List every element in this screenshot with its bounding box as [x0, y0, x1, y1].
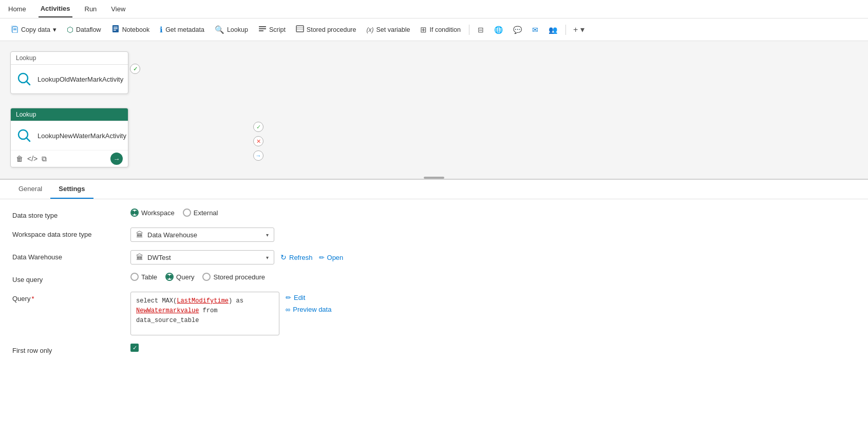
- data-warehouse-chevron: ▾: [266, 255, 269, 260]
- toolbar-icon-globe[interactable]: 🌐: [490, 24, 507, 36]
- workspace-data-store-value: Data Warehouse: [147, 231, 262, 239]
- first-row-only-row: First row only ✓: [12, 344, 856, 354]
- open-label: Open: [327, 254, 344, 261]
- toolbar-icon-mail[interactable]: ✉: [528, 24, 542, 36]
- script-icon: [258, 25, 267, 34]
- settings-body: Data store type Workspace External Works…: [0, 199, 868, 364]
- use-query-row: Use query Table Query Stored procedure: [12, 273, 856, 283]
- toolbar-set-variable[interactable]: (x) Set variable: [362, 24, 414, 35]
- lookup-icon: 🔍: [215, 25, 224, 34]
- open-icon: ✏: [319, 254, 325, 261]
- svg-rect-6: [114, 28, 118, 29]
- radio-external-label: External: [194, 209, 218, 217]
- toolbar-more-button[interactable]: + ▾: [570, 23, 588, 36]
- edit-label: Edit: [294, 294, 305, 301]
- query-label: Query*: [12, 292, 130, 302]
- card2-success-connector[interactable]: ✓: [253, 122, 263, 132]
- card2-delete-btn[interactable]: 🗑: [16, 155, 23, 163]
- workspace-data-store-dropdown[interactable]: 🏛 Data Warehouse ▾: [130, 228, 274, 242]
- toolbar-if-condition[interactable]: ⊞ If condition: [416, 23, 464, 36]
- workspace-data-store-chevron: ▾: [266, 232, 269, 238]
- preview-data-button[interactable]: ∞ Preview data: [286, 306, 331, 313]
- svg-line-15: [26, 81, 30, 85]
- card2-copy-btn[interactable]: ⧉: [42, 155, 47, 163]
- toolbar-lookup[interactable]: 🔍 Lookup: [211, 23, 252, 36]
- toolbar-get-metadata[interactable]: ℹ Get metadata: [156, 23, 209, 36]
- query-highlight-1: LastModifytime: [177, 297, 229, 305]
- toolbar-stored-procedure[interactable]: Stored procedure: [292, 23, 361, 36]
- card2-body: LookupNewWaterMarkActivity: [11, 121, 128, 150]
- copy-data-icon: [10, 25, 18, 34]
- activity-toolbar: Copy data ▾ ⬡ Dataflow Notebook ℹ Get me…: [0, 18, 868, 41]
- stored-procedure-icon: [296, 25, 304, 34]
- activity-card-lookup-new: Lookup LookupNewWaterMarkActivity 🗑 </> …: [10, 108, 128, 167]
- radio-external[interactable]: External: [183, 209, 218, 217]
- mail-icon: ✉: [532, 26, 538, 34]
- card1-success-connector[interactable]: ✓: [130, 64, 140, 74]
- query-row: Query* select MAX(LastModifytime) asNewW…: [12, 292, 856, 335]
- nav-view[interactable]: View: [109, 1, 127, 17]
- message-icon: 💬: [513, 26, 522, 34]
- radio-workspace[interactable]: Workspace: [130, 209, 175, 217]
- refresh-icon: ↻: [280, 253, 287, 261]
- open-button[interactable]: ✏ Open: [319, 254, 344, 261]
- first-row-only-control: ✓: [130, 344, 856, 352]
- radio-table[interactable]: Table: [130, 273, 157, 281]
- query-highlight-2: NewWatermarkvalue: [136, 307, 199, 314]
- nav-run[interactable]: Run: [83, 1, 99, 17]
- toolbar-copy-data[interactable]: Copy data ▾: [6, 23, 61, 36]
- lookup-label: Lookup: [227, 26, 248, 33]
- radio-stored-procedure[interactable]: Stored procedure: [202, 273, 265, 281]
- card1-name: LookupOldWaterMarkActivity: [37, 75, 123, 83]
- if-condition-icon: ⊞: [420, 25, 427, 34]
- copy-data-label: Copy data: [21, 26, 50, 33]
- card2-header: Lookup: [11, 108, 128, 121]
- get-metadata-label: Get metadata: [165, 26, 204, 33]
- radio-query[interactable]: Query: [165, 273, 194, 281]
- settings-panel: General Settings Data store type Workspa…: [0, 180, 868, 435]
- radio-stored-procedure-label: Stored procedure: [213, 273, 265, 281]
- refresh-label: Refresh: [289, 254, 313, 261]
- card2-fail-connector[interactable]: ✕: [253, 136, 263, 146]
- first-row-only-checkbox[interactable]: ✓: [130, 344, 139, 352]
- tab-settings[interactable]: Settings: [50, 180, 93, 199]
- data-warehouse-value: DWTest: [147, 254, 262, 261]
- svg-line-17: [26, 138, 30, 141]
- card2-name: LookupNewWaterMarkActivity: [37, 132, 126, 140]
- toolbar-script[interactable]: Script: [254, 23, 290, 36]
- data-store-type-label: Data store type: [12, 209, 130, 219]
- toolbar-icon-split[interactable]: ⊟: [474, 24, 488, 36]
- dw-icon: 🏛: [136, 253, 143, 261]
- notebook-icon: [111, 25, 120, 34]
- card1-body: LookupOldWaterMarkActivity: [11, 65, 128, 93]
- query-actions: ✏ Edit ∞ Preview data: [286, 292, 331, 313]
- toolbar-divider-2: [565, 25, 566, 35]
- card2-code-btn[interactable]: </>: [27, 155, 37, 163]
- toolbar-notebook[interactable]: Notebook: [107, 23, 154, 36]
- split-icon: ⊟: [478, 26, 484, 34]
- nav-home[interactable]: Home: [6, 1, 28, 17]
- card2-next-connector[interactable]: →: [253, 150, 263, 161]
- set-variable-icon: (x): [366, 26, 373, 33]
- toolbar-dataflow[interactable]: ⬡ Dataflow: [63, 23, 105, 36]
- preview-icon: ∞: [286, 306, 290, 313]
- data-warehouse-dropdown[interactable]: 🏛 DWTest ▾: [130, 250, 274, 264]
- nav-activities[interactable]: Activities: [39, 1, 72, 17]
- activity-card-lookup-old: Lookup LookupOldWaterMarkActivity ✓: [10, 51, 128, 94]
- svg-rect-10: [259, 30, 263, 31]
- workspace-data-store-type-control: 🏛 Data Warehouse ▾: [130, 228, 856, 242]
- card2-run-btn[interactable]: →: [110, 153, 123, 165]
- refresh-button[interactable]: ↻ Refresh: [280, 253, 313, 261]
- query-textarea-display: select MAX(LastModifytime) asNewWatermar…: [130, 292, 279, 335]
- edit-button[interactable]: ✏ Edit: [286, 294, 331, 301]
- globe-icon: 🌐: [494, 26, 503, 34]
- toolbar-icon-teams[interactable]: 👥: [544, 24, 561, 36]
- tab-general[interactable]: General: [10, 180, 50, 199]
- card2-lookup-icon: [16, 126, 32, 145]
- use-query-label: Use query: [12, 273, 130, 283]
- first-row-only-label: First row only: [12, 344, 130, 354]
- toolbar-icon-message[interactable]: 💬: [509, 24, 526, 36]
- set-variable-label: Set variable: [376, 26, 410, 33]
- panel-resize-handle[interactable]: [424, 177, 444, 179]
- edit-icon: ✏: [286, 294, 291, 301]
